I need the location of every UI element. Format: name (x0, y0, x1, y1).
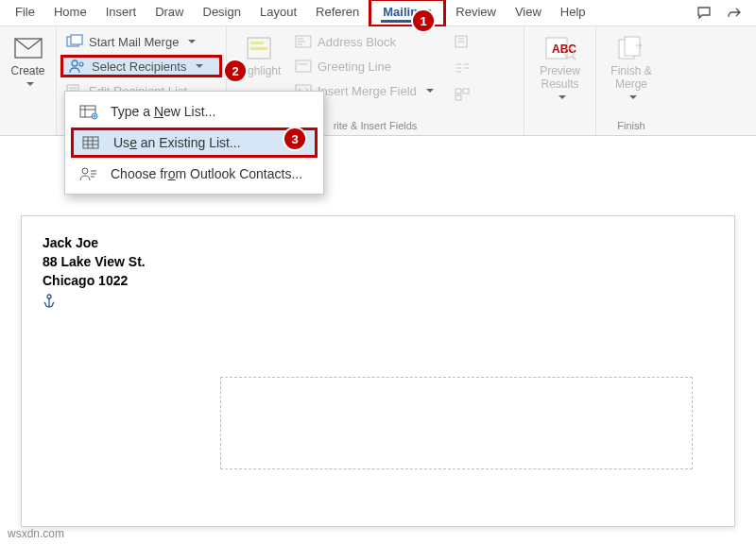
speech-bubble-icon (696, 6, 712, 21)
tab-layout[interactable]: Layout (250, 1, 306, 25)
group-finish-label: Finish (600, 118, 662, 135)
start-mail-merge-button[interactable]: Start Mail Merge (60, 30, 222, 53)
svg-point-24 (82, 168, 88, 174)
mail-merge-icon (66, 34, 83, 49)
menu-use-existing-list[interactable]: Use an Existing List... (71, 128, 318, 158)
envelope-page[interactable]: Jack Joe 88 Lake View St. Chicago 1022 (21, 215, 735, 527)
envelopes-button[interactable]: Create (4, 30, 52, 93)
svg-rect-20 (625, 37, 640, 56)
document-area: Jack Joe 88 Lake View St. Chicago 1022 (0, 193, 756, 527)
anchor-icon (43, 294, 713, 309)
greeting-line-icon (295, 60, 312, 73)
tab-file[interactable]: File (6, 1, 44, 25)
rules-button[interactable] (452, 30, 478, 53)
greeting-line-label: Greeting Line (318, 60, 391, 74)
select-recipients-label: Select Recipients (92, 60, 186, 74)
watermark: wsxdn.com (8, 527, 64, 540)
callout-badge-2: 2 (225, 60, 246, 81)
comments-button[interactable] (692, 2, 716, 25)
svg-point-4 (79, 62, 83, 66)
match-fields-icon (454, 60, 471, 76)
svg-point-25 (47, 295, 51, 298)
preview-results-label: Preview Results (540, 64, 580, 91)
select-recipients-button[interactable]: Select Recipients (60, 55, 222, 77)
svg-rect-14 (463, 89, 469, 94)
existing-list-icon (81, 134, 102, 151)
share-icon (727, 6, 742, 21)
svg-rect-2 (71, 35, 82, 44)
svg-rect-7 (250, 42, 264, 44)
address-block-button[interactable]: Address Block (289, 30, 450, 53)
tab-draw[interactable]: Draw (146, 1, 193, 25)
update-labels-icon (454, 87, 471, 102)
callout-badge-1: 1 (413, 10, 434, 31)
finish-merge-button[interactable]: Finish & Merge (600, 30, 662, 106)
new-list-icon (78, 103, 99, 120)
chevron-down-icon (626, 91, 637, 104)
tab-home[interactable]: Home (44, 1, 96, 25)
preview-icon: ABC (544, 32, 576, 64)
rules-icon (454, 34, 471, 49)
finish-merge-icon (617, 32, 645, 64)
address-block-icon (295, 35, 312, 48)
svg-rect-15 (455, 95, 461, 100)
recipients-icon (69, 59, 86, 74)
return-city: Chicago 1022 (43, 271, 713, 290)
svg-rect-10 (296, 60, 311, 72)
group-preview-label (528, 129, 592, 135)
address-block-label: Address Block (318, 35, 396, 49)
menu-type-new-list-label: Type a New List... (111, 104, 215, 119)
share-button[interactable] (722, 2, 747, 25)
svg-point-3 (72, 60, 77, 66)
envelope-icon (14, 32, 43, 64)
tab-help[interactable]: Help (551, 1, 595, 25)
return-address[interactable]: Jack Joe 88 Lake View St. Chicago 1022 (43, 233, 713, 290)
menu-outlook-contacts[interactable]: Choose from Outlook Contacts... (65, 160, 323, 188)
tab-view[interactable]: View (506, 1, 551, 25)
chevron-down-icon (555, 91, 566, 104)
svg-rect-23 (83, 137, 98, 148)
tab-design[interactable]: Design (194, 1, 250, 25)
ribbon-tabs: File Home Insert Draw Design Layout Refe… (0, 0, 756, 26)
menu-use-existing-list-label: Use an Existing List... (113, 135, 241, 150)
preview-results-button[interactable]: ABC Preview Results (528, 30, 592, 106)
svg-rect-13 (455, 89, 461, 94)
start-mail-merge-label: Start Mail Merge (89, 35, 179, 49)
group-create-label (4, 129, 52, 135)
return-name: Jack Joe (43, 233, 713, 252)
highlight-icon (246, 32, 272, 64)
callout-badge-3: 3 (284, 128, 305, 149)
tab-insert[interactable]: Insert (96, 1, 146, 25)
insert-merge-field-label: Insert Merge Field (318, 84, 417, 98)
menu-type-new-list[interactable]: Type a New List... (65, 97, 323, 126)
delivery-address-frame[interactable] (220, 377, 693, 469)
chevron-down-icon (23, 77, 34, 91)
group-create: Create (0, 26, 57, 135)
create-label: Create (10, 64, 44, 77)
match-fields-button[interactable] (452, 57, 478, 79)
group-preview: ABC Preview Results (524, 26, 596, 135)
callout-mailings-highlight: Mailings (369, 0, 446, 27)
outlook-contacts-icon (78, 165, 99, 182)
tab-review[interactable]: Review (446, 1, 506, 25)
update-labels-button[interactable] (452, 83, 478, 106)
tab-references[interactable]: Referen (306, 1, 369, 25)
finish-merge-label: Finish & Merge (610, 64, 651, 91)
menu-outlook-contacts-label: Choose from Outlook Contacts... (111, 166, 302, 181)
return-street: 88 Lake View St. (43, 252, 713, 271)
group-finish: Finish & Merge Finish (596, 26, 666, 135)
greeting-line-button[interactable]: Greeting Line (289, 55, 450, 77)
svg-rect-8 (250, 47, 267, 50)
